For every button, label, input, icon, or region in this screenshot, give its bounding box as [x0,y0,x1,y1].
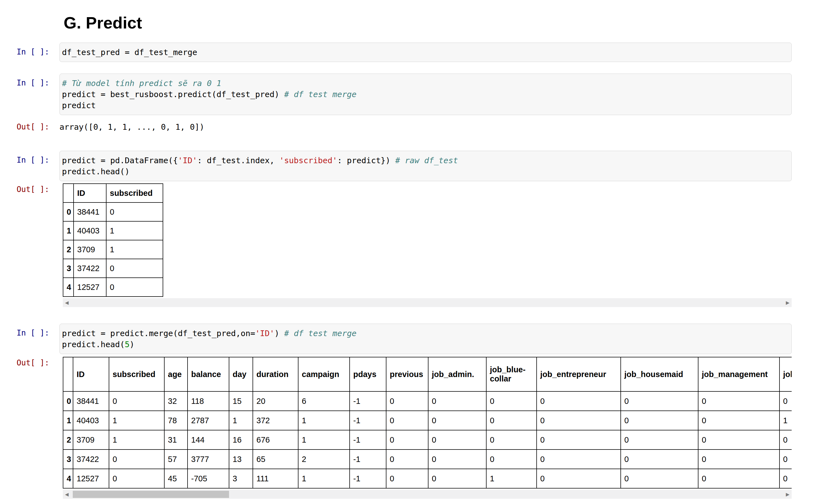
cell-value: 1 [486,469,537,488]
cell-value: 0 [386,430,428,449]
cell-value: 0 [486,430,537,449]
cell-value: -1 [350,391,386,411]
cell-value: 3 [229,469,253,488]
column-header: job_admin. [428,357,486,391]
cell-value: 0 [698,469,780,488]
output-prompt: Out[ ]: [16,357,60,368]
cell-value: 38441 [74,203,106,221]
output-area-2: Out[ ]: IDsubscribed03844101404031237091… [16,183,829,307]
cell-value: 2 [298,449,350,469]
h-scrollbar-2[interactable]: ◀ ▶ [63,490,792,499]
cell-value: 0 [428,391,486,411]
cell-value: 40403 [74,221,106,240]
row-index: 0 [63,391,73,411]
input-prompt: In [ ]: [16,324,60,338]
section-heading: G. Predict [64,13,829,33]
scroll-left-arrow-icon[interactable]: ◀ [65,492,69,497]
cell-value: 57 [164,449,187,469]
scrollbar-thumb[interactable] [73,491,229,498]
table-row: 3374220 [63,259,163,278]
code-cell-2: In [ ]: # Từ model tính predict sẽ ra 0 … [16,74,829,115]
cell-value: 0 [386,449,428,469]
cell-value: 65 [253,449,298,469]
code-cell-1: In [ ]: df_test_pred = df_test_merge [16,43,829,62]
h-scrollbar-1[interactable]: ◀ ▶ [63,298,792,307]
column-header: subscribed [109,357,164,391]
output-prompt: Out[ ]: [16,183,60,195]
row-index: 3 [63,259,74,278]
input-prompt: In [ ]: [16,74,60,88]
cell-value: 0 [428,449,486,469]
cell-value: -1 [350,411,386,430]
column-header: campaign [298,357,350,391]
cell-value: 0 [780,430,792,449]
column-header: job_housemaid [621,357,698,391]
cell-value: 0 [621,449,698,469]
code-editor-4[interactable]: predict = predict.merge(df_test_pred,on=… [60,324,792,354]
cell-value: 372 [253,411,298,430]
cell-value: 0 [109,469,164,488]
cell-value: 1 [298,411,350,430]
cell-value: 0 [537,449,621,469]
code-line: predict = predict.merge(df_test_pred,on=… [62,328,789,339]
code-line: predict [62,100,789,111]
column-header: ID [73,357,109,391]
code-line: predict.head() [62,166,789,177]
column-header: previous [386,357,428,391]
table-row: 237091 [63,240,163,259]
cell-value: 78 [164,411,187,430]
scroll-right-arrow-icon[interactable]: ▶ [786,492,789,497]
cell-value: 0 [698,449,780,469]
table-row: 1404031 [63,221,163,240]
column-header: subscribed [106,184,163,203]
cell-value: 15 [229,391,253,411]
cell-value: 20 [253,391,298,411]
cell-value: -1 [350,449,386,469]
scroll-right-arrow-icon[interactable]: ▶ [786,300,789,305]
cell-value: -705 [187,469,229,488]
code-editor-3[interactable]: predict = pd.DataFrame({'ID': df_test.in… [60,151,792,181]
cell-value: 0 [698,411,780,430]
cell-value: 0 [109,391,164,411]
cell-value: 111 [253,469,298,488]
input-prompt: In [ ]: [16,43,60,58]
cell-value: 2787 [187,411,229,430]
column-header [63,357,73,391]
cell-value: 1 [298,469,350,488]
cell-value: 0 [109,449,164,469]
cell-value: 12527 [73,469,109,488]
cell-value: 12527 [74,278,106,296]
cell-value: 0 [621,411,698,430]
dataframe-table-1: IDsubscribed0384410140403123709133742204… [63,183,792,297]
code-cell-3: In [ ]: predict = pd.DataFrame({'ID': df… [16,151,829,181]
table-row: 337422057377713652-10000000 [63,449,792,469]
column-header: pdays [350,357,386,391]
cell-value: 0 [621,391,698,411]
cell-value: 0 [486,391,537,411]
column-header [63,184,74,203]
cell-value: 16 [229,430,253,449]
code-editor-2[interactable]: # Từ model tính predict sẽ ra 0 1predict… [60,74,792,115]
column-header: age [164,357,187,391]
scroll-left-arrow-icon[interactable]: ◀ [65,300,69,305]
row-index: 1 [63,411,73,430]
column-header: ID [74,184,106,203]
code-line: # Từ model tính predict sẽ ra 0 1 [62,78,789,89]
cell-value: 37422 [74,259,106,278]
output-prompt: Out[ ]: [16,121,60,133]
column-header: job_management [698,357,780,391]
cell-value: 3777 [187,449,229,469]
cell-value: 1 [106,240,163,259]
notebook: G. Predict In [ ]: df_test_pred = df_tes… [0,13,829,499]
column-header: job_entrepreneur [537,357,621,391]
cell-value: 0 [428,411,486,430]
code-editor-1[interactable]: df_test_pred = df_test_merge [60,43,792,62]
table-row: 4125270 [63,278,163,296]
cell-value: 0 [537,391,621,411]
cell-value: 0 [698,391,780,411]
cell-value: 676 [253,430,298,449]
cell-value: 144 [187,430,229,449]
table-row: 23709131144166761-10000000 [63,430,792,449]
column-header: job [780,357,792,391]
table-row: 0384410 [63,203,163,221]
